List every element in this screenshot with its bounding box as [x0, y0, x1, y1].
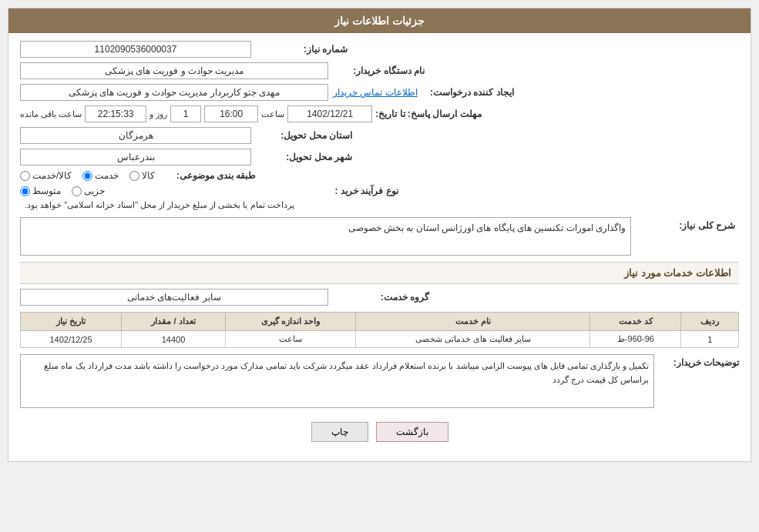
tabaqe-radio-group: کالا خدمت کالا/خدمت [20, 170, 155, 181]
group-label: گروه خدمت: [333, 292, 433, 303]
sharh-niaz-value: واگذاری امورات تکنسین های پایگاه های اور… [20, 217, 631, 256]
services-table: ردیف کد خدمت نام خدمت واحد اندازه گیری ت… [20, 312, 739, 348]
buyer-notes-section: توضیحات خریدار: تکمیل و بارگذاری تمامی ف… [20, 354, 739, 408]
col-nam: نام خدمت [356, 313, 590, 331]
shahr-row: شهر محل تحویل: بندرعباس [20, 149, 739, 166]
col-tedad: تعداد / مقدار [122, 313, 226, 331]
farayand-note: پرداخت تمام یا بخشی از مبلغ خریدار از مح… [20, 198, 299, 212]
col-vahed: واحد اندازه گیری [225, 313, 355, 331]
roz-value: 1 [170, 105, 201, 122]
tabaqe-row: طبقه بندی موضوعی: کالا خدمت کالا/خدمت [20, 170, 739, 181]
buyer-notes-label: توضیحات خریدار: [662, 354, 739, 368]
cell-nam: سایر فعالیت های خدماتی شخصی [356, 331, 590, 348]
table-row: 1 960-96-ط سایر فعالیت های خدماتی شخصی س… [21, 331, 739, 348]
remaining-value: 22:15:33 [85, 105, 146, 122]
sharh-niaz-label: شرح کلی نیاز: [639, 217, 739, 231]
tabaqe-option-kala[interactable]: کالا [129, 170, 155, 181]
buttons-row: بازگشت چاپ [20, 414, 739, 453]
tabaqe-option-khadamat[interactable]: خدمت [82, 170, 119, 181]
cell-tedad: 14400 [122, 331, 226, 348]
tabaqe-label: طبقه بندی موضوعی: [160, 170, 260, 181]
noe-farayand-row: نوع فرآیند خرید : جزیی متوسط پرداخت تمام… [20, 186, 739, 212]
col-kod: کد خدمت [590, 313, 681, 331]
cell-vahed: ساعت [225, 331, 355, 348]
eijad-konande-link[interactable]: اطلاعات تماس خریدار [333, 87, 418, 98]
shahr-label: شهر محل تحویل: [256, 152, 356, 162]
eijad-konande-label: ایجاد کننده درخواست: [418, 87, 518, 98]
ostan-row: استان محل تحویل: هرمزگان [20, 127, 739, 144]
print-button[interactable]: چاپ [311, 422, 368, 442]
cell-radif: 1 [681, 331, 739, 348]
shomara-niaz-label: شماره نیاز: [251, 44, 351, 55]
saat-value: 16:00 [204, 105, 258, 122]
name-dastgah-value: مدیریت حوادث و فوریت های پزشکی [20, 62, 328, 79]
noe-farayand-radio-group: جزیی متوسط [20, 186, 105, 196]
name-dastgah-label: نام دستگاه خریدار: [328, 65, 428, 76]
shomara-niaz-value: 1102090536000037 [20, 41, 251, 58]
back-button[interactable]: بازگشت [376, 422, 448, 442]
page-header: جزئیات اطلاعات نیاز [8, 8, 751, 33]
ostan-label: استان محل تحویل: [256, 130, 356, 141]
mohlet-label: مهلت ارسال پاسخ: تا تاریخ: [375, 109, 485, 119]
col-radif: ردیف [681, 313, 739, 331]
buyer-notes-value: تکمیل و بارگذاری تمامی فایل های پیوست ال… [20, 354, 654, 408]
cell-kod: 960-96-ط [590, 331, 681, 348]
group-value: سایر فعالیت‌های خدماتی [20, 289, 328, 306]
farayand-option-jozii[interactable]: جزیی [72, 186, 105, 196]
khadamat-section-title: اطلاعات خدمات مورد نیاز [20, 262, 739, 284]
group-row: گروه خدمت: سایر فعالیت‌های خدماتی [20, 289, 739, 306]
mohlet-row: مهلت ارسال پاسخ: تا تاریخ: 1402/12/21 سا… [20, 105, 739, 122]
page-title: جزئیات اطلاعات نیاز [334, 15, 425, 27]
saat-label: ساعت [261, 109, 284, 119]
roz-label: روز و [149, 109, 167, 119]
date-value: 1402/12/21 [287, 105, 372, 122]
eijad-konande-row: ایجاد کننده درخواست: اطلاعات تماس خریدار… [20, 84, 739, 101]
remaining-label: ساعت باقی مانده [20, 109, 82, 119]
name-dastgah-row: نام دستگاه خریدار: مدیریت حوادث و فوریت … [20, 62, 739, 79]
cell-tarikh: 1402/12/25 [21, 331, 122, 348]
shomara-niaz-row: شماره نیاز: 1102090536000037 [20, 41, 739, 58]
ostan-value: هرمزگان [20, 127, 251, 144]
sharh-niaz-section: شرح کلی نیاز: واگذاری امورات تکنسین های … [20, 217, 739, 256]
services-table-section: ردیف کد خدمت نام خدمت واحد اندازه گیری ت… [20, 312, 739, 348]
noe-farayand-label: نوع فرآیند خرید : [302, 186, 402, 196]
col-tarikh: تاریخ نیاز [21, 313, 122, 331]
shahr-value: بندرعباس [20, 149, 251, 166]
tabaqe-option-kala-khadamat[interactable]: کالا/خدمت [20, 170, 72, 181]
eijad-konande-value: مهدی جتو کاربردار مدیریت حوادث و فوریت ه… [20, 84, 328, 101]
farayand-option-motevaset[interactable]: متوسط [20, 186, 61, 196]
